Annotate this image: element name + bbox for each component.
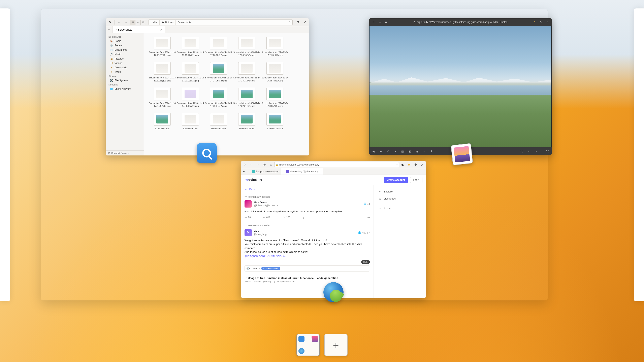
close-tab-icon[interactable]: × (115, 28, 117, 31)
file-thumbnail[interactable]: Screenshot from 2024-11-14 17.32.04@2x.p… (205, 88, 232, 107)
browser-tab[interactable]: ×elementary (@elementary… (281, 168, 323, 175)
zoom-fit-icon[interactable]: ⛶ (520, 150, 524, 153)
avatar[interactable]: V (244, 229, 252, 236)
zoom-out-icon[interactable]: ▫ (527, 150, 531, 153)
sidebar-item-file-system[interactable]: 💽File System (106, 78, 144, 83)
file-thumbnail[interactable]: Screenshot from 2024-11-14 17.27.25@2x.p… (205, 62, 232, 82)
issue-card[interactable]: ▢ Usage of free_function instead of unre… (241, 274, 374, 285)
file-thumbnail[interactable]: Screenshot from 2024-11-14 17.29.46@2x.p… (148, 88, 176, 107)
redo-icon[interactable]: ↷ (539, 20, 543, 24)
maximize-icon[interactable]: ⤢ (419, 162, 425, 168)
home-icon[interactable]: ⌂ (268, 162, 274, 168)
nav-back-icon[interactable]: ← (248, 162, 254, 168)
sidebar-item-home[interactable]: 🏠Home (106, 39, 144, 43)
bookmark-star-icon[interactable]: ☆ (396, 163, 398, 166)
breadcrumb-home[interactable]: ⌂ellie (149, 20, 160, 25)
author-name[interactable]: Matt Davis (254, 201, 267, 204)
sidebar-item-pictures[interactable]: 🖼Pictures (106, 56, 144, 61)
menu-icon[interactable]: ⚙ (295, 19, 301, 25)
next-photo-icon[interactable]: ▶ (378, 150, 383, 153)
app-icon-files[interactable] (196, 143, 217, 163)
login-button[interactable]: Login (410, 177, 422, 183)
back-to-library-icon[interactable]: ▭ (378, 20, 382, 24)
breadcrumb-pictures[interactable]: 🖿Pictures (160, 20, 176, 25)
files-tab-screenshots[interactable]: × Screenshots ⟳ (112, 26, 165, 33)
chip-newcomers[interactable]: 4. Newcomers (261, 267, 280, 270)
undo-icon[interactable]: ↶ (532, 20, 537, 24)
workspace-add[interactable]: ＋ (324, 334, 348, 356)
sidebar-item-trash[interactable]: 🗑Trash (106, 70, 144, 74)
boost-button[interactable]: ⇄618 (263, 216, 270, 219)
close-icon[interactable]: ✕ (242, 162, 248, 168)
post-matt-davis[interactable]: Matt Davis@infinimatt@hci.social 🌐1d wha… (241, 199, 374, 222)
workspace-1[interactable] (296, 334, 320, 356)
file-thumbnail[interactable]: Screenshot from 2024-11-14 17.28.11@2x.p… (233, 62, 260, 82)
file-thumbnail[interactable]: Screenshot from 2024-11-14 17.28.45@2x.p… (261, 62, 289, 82)
crop-icon[interactable]: ◫ (400, 150, 405, 153)
reader-icon[interactable]: ◐ (400, 162, 406, 168)
author-handle[interactable]: @vala_lang (254, 233, 267, 236)
app-icon-browser[interactable] (324, 282, 344, 302)
file-thumbnail[interactable]: Screenshot from 2024-11-14 17.23.09@2x.p… (176, 62, 204, 82)
sidebar-item-music[interactable]: 🎵Music (106, 52, 144, 56)
avatar[interactable] (244, 200, 252, 208)
file-thumbnail[interactable]: Screenshot from (261, 113, 289, 130)
file-thumbnail[interactable]: Screenshot from 2024-11-14 17.20.16@2x.p… (233, 37, 260, 56)
nav-forward-icon[interactable]: → (123, 19, 129, 25)
flip-icon[interactable]: ▲ (393, 150, 398, 153)
file-thumbnail[interactable]: Screenshot from (205, 113, 232, 130)
more-button[interactable]: ⋯ (367, 216, 370, 219)
view-columns-icon[interactable]: ▥ (141, 20, 146, 25)
label-filter[interactable]: 🕘▾ Label is 4. Newcomers × (244, 266, 370, 272)
straighten-icon[interactable]: ◧ (408, 150, 412, 153)
post-vala[interactable]: V Vala@vala_lang 🌐Nov 5 * We got some is… (241, 228, 374, 275)
author-name[interactable]: Vala (254, 230, 259, 233)
view-grid-icon[interactable]: ▦ (130, 20, 136, 25)
fullscreen-icon[interactable]: ⛶ (545, 150, 550, 153)
chip-remove-icon[interactable]: × (281, 267, 283, 270)
post-link[interactable]: gitlab.gnome.org/GNOME/vala/-/… (244, 254, 286, 257)
nav-back-icon[interactable]: ← (116, 19, 122, 25)
url-bar[interactable]: 🔒 https://mastodon.social/@elementary ☆ (274, 162, 399, 167)
sidebar-item-recent[interactable]: 🕘Recent (106, 43, 144, 48)
nav-item-explore[interactable]: #Explore (375, 188, 424, 195)
file-thumbnail[interactable]: Screenshot from (233, 113, 260, 130)
back-button[interactable]: ←Back (241, 185, 374, 193)
file-thumbnail[interactable]: Screenshot from 2024-11-14 17.32.31@2x.p… (233, 88, 260, 107)
timestamp[interactable]: 1d (367, 203, 370, 205)
enhance-icon[interactable]: A (429, 150, 434, 152)
browser-window[interactable]: ✕ ← → ⟳ ⌂ 🔒 https://mastodon.social/@ele… (241, 161, 426, 298)
file-thumbnail[interactable]: Screenshot from 2024-11-14 17.33.52@2x.p… (261, 88, 289, 107)
breadcrumb[interactable]: ⌂ellie 🖿Pictures Screenshots ⟳ (148, 19, 292, 25)
file-thumbnail[interactable]: Screenshot from 2024-11-14 17.22.28@2x.p… (148, 62, 176, 82)
close-icon[interactable]: ✕ (107, 19, 113, 25)
reply-button[interactable]: ↩28 (244, 216, 251, 219)
nav-forward-icon[interactable]: → (255, 162, 260, 168)
history-icon[interactable]: 🕘▾ (246, 267, 250, 270)
sidebar-item-videos[interactable]: 🎞Videos (106, 61, 144, 65)
close-icon[interactable]: ✕ (371, 20, 376, 24)
sidebar-item-entire-network[interactable]: 🌐Entire Network (106, 87, 144, 91)
file-thumbnail[interactable]: Screenshot from 2024-11-14 17.19.42@2x.p… (176, 37, 204, 56)
nav-item-live-feeds[interactable]: ◎Live feeds (375, 195, 424, 202)
file-thumbnail[interactable]: Screenshot from (148, 113, 176, 130)
timestamp[interactable]: Nov 5 (362, 231, 368, 234)
maximize-icon[interactable]: ⤢ (545, 20, 550, 24)
file-thumbnail[interactable]: Screenshot from 2024-11-14 17.20.03@2x.p… (205, 37, 232, 56)
adjust-icon[interactable]: ≡ (422, 150, 426, 153)
breadcrumb-screenshots[interactable]: Screenshots (176, 20, 194, 25)
browser-tab[interactable]: ×Support · elementary (247, 168, 281, 175)
sidebar-item-documents[interactable]: 📄Documents (106, 48, 144, 52)
star-filled-icon[interactable]: ★ (406, 162, 412, 168)
file-thumbnail[interactable]: Screenshot from 2024-11-14 17.18.53@2x.p… (148, 37, 176, 56)
file-thumbnail[interactable]: Screenshot from (176, 113, 204, 130)
photos-window[interactable]: ✕ ▭ 🖿 A Large Body of Water Surrounded B… (369, 18, 552, 155)
bookmark-button[interactable]: ▯ (302, 216, 304, 219)
close-tab-icon[interactable]: × (249, 170, 251, 173)
new-tab-button[interactable]: ＋ (106, 26, 112, 33)
close-tab-icon[interactable]: × (283, 170, 285, 173)
prev-photo-icon[interactable]: ◀ (371, 150, 376, 153)
view-list-icon[interactable]: ≡ (136, 20, 141, 25)
connect-server-button[interactable]: 🖳Connect Server… (106, 150, 144, 155)
nav-item-about[interactable]: ⋯About (375, 205, 424, 212)
